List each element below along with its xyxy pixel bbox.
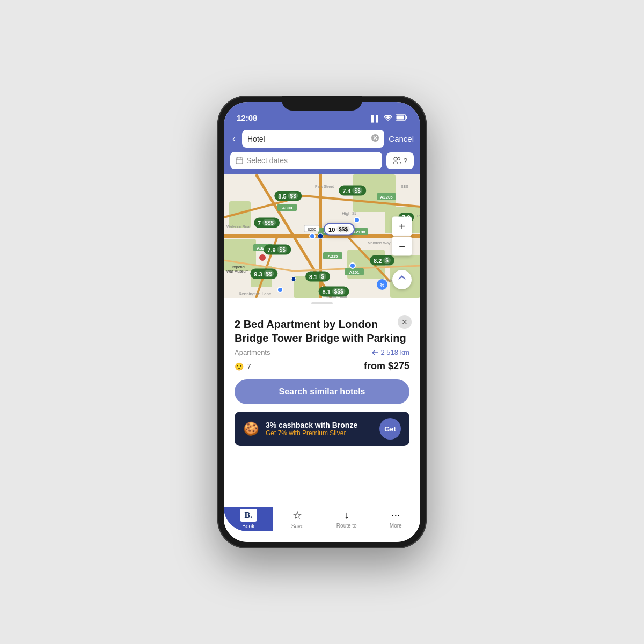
marker-price: $$ xyxy=(277,246,288,253)
back-button[interactable]: ‹ xyxy=(230,131,238,147)
cashback-icon: 🍪 xyxy=(243,421,259,436)
map-controls: + − xyxy=(392,217,412,256)
svg-text:$$$: $$$ xyxy=(401,184,408,189)
nav-label-book: Book xyxy=(242,523,254,529)
marker-price: $ xyxy=(319,273,326,280)
nav-item-book[interactable]: B. Book xyxy=(224,507,273,531)
map-marker-3[interactable]: 7 $$$ xyxy=(254,218,280,228)
guests-question: ? xyxy=(404,157,407,165)
svg-point-12 xyxy=(397,158,400,160)
zoom-out-button[interactable]: − xyxy=(392,237,412,256)
hotel-card: ✕ 2 Bed Apartment by London Bridge Tower… xyxy=(224,309,420,502)
search-area: ‹ Hotel Cancel xyxy=(224,126,420,174)
marker-score: 10 xyxy=(328,226,335,232)
svg-text:Mandela Way: Mandela Way xyxy=(368,241,391,245)
search-input-box[interactable]: Hotel xyxy=(242,130,384,148)
hotel-name: 2 Bed Apartment by London Bridge Tower B… xyxy=(235,317,409,345)
marker-score: 7.4 xyxy=(342,187,350,194)
svg-point-65 xyxy=(277,287,283,292)
marker-price: $$ xyxy=(264,270,274,277)
map-marker-1[interactable]: 8.5 $$ xyxy=(274,191,302,201)
svg-point-62 xyxy=(291,277,296,281)
minus-icon: − xyxy=(399,240,405,252)
marker-score: 7 xyxy=(258,219,261,226)
clear-icon[interactable] xyxy=(371,134,379,143)
svg-text:Park Street: Park Street xyxy=(315,185,334,188)
hotel-rating: 🙂 7 xyxy=(235,362,251,371)
drag-bar xyxy=(311,302,333,304)
svg-rect-2 xyxy=(406,116,407,119)
marker-price: $$ xyxy=(288,193,298,200)
hotel-distance: 2 518 km xyxy=(371,348,409,356)
svg-text:A215: A215 xyxy=(327,254,338,259)
close-button[interactable]: ✕ xyxy=(398,315,412,329)
map-area[interactable]: A300 A3202 A215 A2198 A2 A2205 A201 B200… xyxy=(224,174,420,298)
hotel-meta: Apartments 2 518 km xyxy=(235,348,409,356)
map-marker-6[interactable]: 9.3 $$ xyxy=(250,269,277,279)
marker-price: $$$ xyxy=(336,226,350,233)
svg-text:A300: A300 xyxy=(282,206,292,210)
marker-score: 8.1 xyxy=(323,288,331,295)
date-input[interactable]: Select dates xyxy=(230,152,382,169)
map-marker-7[interactable]: 8.1 $ xyxy=(305,272,330,282)
status-time: 12:08 xyxy=(237,113,257,122)
cashback-banner[interactable]: 🍪 3% cashback with Bronze Get 7% with Pr… xyxy=(235,412,409,446)
bottom-nav: B. Book ☆ Save ↓ Route to ··· More xyxy=(224,502,420,542)
booking-icon: B. xyxy=(240,509,257,522)
nav-label-save: Save xyxy=(291,523,304,529)
marker-price: $$ xyxy=(353,187,363,194)
battery-icon xyxy=(396,114,407,122)
phone-screen: 12:08 ▌▌ xyxy=(224,102,420,542)
nav-item-save[interactable]: ☆ Save xyxy=(273,507,323,531)
search-row: ‹ Hotel Cancel xyxy=(230,130,414,148)
svg-text:B200: B200 xyxy=(308,228,316,231)
svg-point-11 xyxy=(394,157,397,160)
cashback-title: 3% cashback with Bronze xyxy=(266,421,373,429)
hotel-search-text: Hotel xyxy=(247,135,265,143)
status-icons: ▌▌ xyxy=(371,114,407,122)
cashback-subtitle: Get 7% with Premium Silver xyxy=(266,429,373,437)
more-icon: ··· xyxy=(391,509,400,521)
date-placeholder: Select dates xyxy=(246,156,288,165)
route-icon: ↓ xyxy=(344,509,349,521)
svg-text:A201: A201 xyxy=(349,270,360,275)
map-marker-8[interactable]: 8.1 $$$ xyxy=(319,287,349,297)
nav-label-more: More xyxy=(390,523,402,529)
svg-text:Kennington Lane: Kennington Lane xyxy=(239,291,272,296)
cashback-text: 3% cashback with Bronze Get 7% with Prem… xyxy=(266,421,373,437)
save-icon: ☆ xyxy=(292,509,302,522)
svg-text:A2205: A2205 xyxy=(380,195,393,200)
cancel-button[interactable]: Cancel xyxy=(389,134,414,143)
location-button[interactable] xyxy=(392,270,412,289)
plus-icon: + xyxy=(399,220,405,232)
svg-point-63 xyxy=(310,233,315,239)
nav-item-more[interactable]: ··· More xyxy=(371,507,421,531)
svg-rect-7 xyxy=(236,158,243,164)
rating-emoji: 🙂 xyxy=(235,362,244,371)
svg-text:Waterloo Road: Waterloo Road xyxy=(226,225,252,229)
svg-text:Imperial: Imperial xyxy=(232,265,245,269)
search-similar-button[interactable]: Search similar hotels xyxy=(235,379,409,404)
cashback-get-button[interactable]: Get xyxy=(379,418,401,440)
nav-item-route[interactable]: ↓ Route to xyxy=(322,507,371,531)
wifi-icon xyxy=(384,114,392,122)
marker-score: 8.5 xyxy=(278,193,286,199)
distance-value: 2 518 km xyxy=(381,348,409,356)
map-marker-selected[interactable]: 10 $$$ xyxy=(324,223,355,236)
svg-point-58 xyxy=(259,254,266,261)
svg-point-61 xyxy=(318,233,323,239)
marker-score: 8.2 xyxy=(374,257,382,264)
map-marker-9[interactable]: 8.2 $ xyxy=(370,255,394,266)
zoom-in-button[interactable]: + xyxy=(392,217,412,236)
marker-price: $$$ xyxy=(332,288,346,295)
hotel-type: Apartments xyxy=(235,348,270,356)
map-marker-2[interactable]: 7.4 $$ xyxy=(339,186,366,196)
map-marker-4[interactable]: 7.9 $$ xyxy=(264,245,291,255)
svg-text:A2198: A2198 xyxy=(353,230,365,235)
svg-text:High St: High St xyxy=(342,211,356,216)
guests-button[interactable]: ? xyxy=(386,152,414,169)
signal-icon: ▌▌ xyxy=(371,115,380,122)
nav-label-route: Route to xyxy=(336,523,357,529)
hotel-price: from $275 xyxy=(364,361,409,372)
svg-point-66 xyxy=(350,263,355,268)
